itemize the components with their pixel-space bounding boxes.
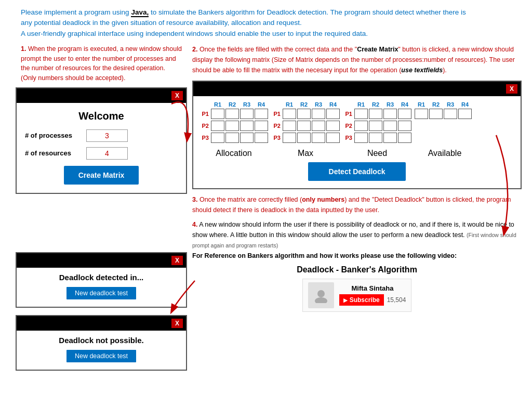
need-p3-r2[interactable] (369, 133, 382, 143)
need-p3-r4[interactable] (398, 133, 411, 143)
need-r4: R4 (398, 101, 411, 108)
alloc-p3-label: P3 (200, 135, 210, 141)
left-spacer (16, 200, 187, 252)
need-p3-r3[interactable] (383, 133, 397, 143)
detected-new-test-button[interactable]: New deadlock test (66, 287, 136, 299)
need-p2-row: P2 (343, 121, 411, 131)
left-column: 1. When the program is executed, a new w… (16, 44, 187, 378)
max-p1-r1[interactable] (283, 109, 296, 119)
resources-input[interactable] (86, 147, 128, 160)
available-row (415, 109, 472, 119)
max-p2-r4[interactable] (326, 121, 340, 131)
alloc-p3-r1[interactable] (211, 133, 224, 143)
resources-row: # of resources (25, 147, 178, 160)
step2-text3: ). (443, 67, 447, 74)
need-p2-r3[interactable] (383, 121, 397, 131)
step2-text1: Once the fields are filled with the corr… (200, 46, 357, 53)
avail-r3-input[interactable] (444, 109, 457, 119)
avail-r4-input[interactable] (458, 109, 472, 119)
need-p1-r1[interactable] (354, 109, 368, 119)
need-p2-r2[interactable] (369, 121, 382, 131)
step1-note: (Only numbers should be accepted). (21, 74, 126, 82)
max-p1-r3[interactable] (312, 109, 325, 119)
matrix-body: R1 R2 R3 R4 P1 P2 (193, 96, 521, 188)
need-p1-r2[interactable] (369, 109, 382, 119)
subscribe-button[interactable]: ▶ Subscribe (339, 294, 384, 306)
video-thumbnail: Mifta Sintaha ▶ Subscribe 15,504 (302, 279, 412, 312)
alloc-r1: R1 (211, 101, 224, 108)
alloc-p1-r4[interactable] (255, 109, 268, 119)
alloc-p1-r3[interactable] (240, 109, 254, 119)
matrix-close-button[interactable]: X (506, 84, 517, 94)
avail-r3: R3 (444, 101, 457, 108)
max-p1-r4[interactable] (326, 109, 340, 119)
alloc-p1-r1[interactable] (211, 109, 224, 119)
alloc-p2-r1[interactable] (211, 121, 224, 131)
need-p2-label: P2 (343, 123, 353, 129)
java-keyword: Java, (131, 8, 149, 17)
matrix-sections: R1 R2 R3 R4 P1 P2 (200, 101, 514, 145)
processes-row: # of processes (25, 129, 178, 142)
create-matrix-button[interactable]: Create Matrix (64, 166, 139, 185)
section-labels-row: Allocation Max Need Available (200, 149, 514, 158)
not-possible-new-test-button[interactable]: New deadlock test (66, 350, 136, 362)
need-p3-label: P3 (343, 135, 353, 141)
available-header: R1 R2 R3 R4 (415, 101, 472, 108)
welcome-titlebar: X (17, 88, 186, 103)
allocation-header: R1 R2 R3 R4 (200, 101, 268, 108)
top-instruction: Please implement a program using Java, t… (0, 0, 478, 44)
allocation-label: Allocation (200, 149, 268, 158)
alloc-p3-r2[interactable] (225, 133, 239, 143)
available-section: R1 R2 R3 R4 (415, 101, 472, 119)
max-p1-label: P1 (271, 111, 282, 117)
max-r4: R4 (326, 101, 340, 108)
processes-input[interactable] (86, 129, 128, 142)
alloc-p2-r4[interactable] (255, 121, 268, 131)
need-p3-r1[interactable] (354, 133, 368, 143)
need-p2-r4[interactable] (398, 121, 411, 131)
alloc-p2-r3[interactable] (240, 121, 254, 131)
avail-r1: R1 (415, 101, 428, 108)
not-possible-close-button[interactable]: X (171, 319, 183, 328)
max-p3-r4[interactable] (326, 133, 340, 143)
need-p1-row: P1 (343, 109, 411, 119)
detected-titlebar: X (17, 253, 186, 268)
max-p2-r1[interactable] (283, 121, 296, 131)
max-p2-r2[interactable] (297, 121, 311, 131)
step4-number: 4. (192, 221, 197, 228)
avail-r1-input[interactable] (415, 109, 428, 119)
welcome-window: X Welcome # of processes # of resources … (16, 87, 187, 194)
need-p2-r1[interactable] (354, 121, 368, 131)
max-p3-r1[interactable] (283, 133, 296, 143)
detected-body: Deadlock detected in... New deadlock tes… (17, 268, 186, 307)
max-p1-r2[interactable] (297, 109, 311, 119)
channel-name: Mifta Sintaha (339, 284, 406, 292)
not-possible-titlebar: X (17, 316, 186, 331)
max-p3-r2[interactable] (297, 133, 311, 143)
alloc-r3: R3 (240, 101, 254, 108)
step4-bold-text: For Reference on Bankers algorithm and h… (192, 252, 457, 259)
available-label: Available (415, 149, 475, 158)
max-p2-r3[interactable] (312, 121, 325, 131)
alloc-p3-r3[interactable] (240, 133, 254, 143)
subscriber-count: 15,504 (387, 296, 406, 304)
avail-r4: R4 (458, 101, 472, 108)
detected-close-button[interactable]: X (171, 256, 183, 265)
avail-r2-input[interactable] (429, 109, 443, 119)
max-p3-r3[interactable] (312, 133, 325, 143)
step3-number: 3. (192, 196, 197, 203)
step4-description: 4. A new window should inform the user i… (192, 219, 522, 265)
not-possible-body: Deadlock not possible. New deadlock test (17, 331, 186, 370)
need-p1-r3[interactable] (383, 109, 397, 119)
youtube-icon: ▶ (343, 297, 348, 303)
step1-number: 1. (21, 45, 26, 53)
alloc-p2-row: P2 (200, 121, 268, 131)
alloc-p3-r4[interactable] (255, 133, 268, 143)
alloc-p2-r2[interactable] (225, 121, 239, 131)
need-p1-r4[interactable] (398, 109, 411, 119)
detect-deadlock-button[interactable]: Detect Deadlock (308, 162, 406, 181)
alloc-p1-r2[interactable] (225, 109, 239, 119)
welcome-close-button[interactable]: X (171, 91, 183, 100)
max-section: R1 R2 R3 R4 P1 P2 (271, 101, 340, 145)
welcome-title: Welcome (25, 110, 178, 122)
